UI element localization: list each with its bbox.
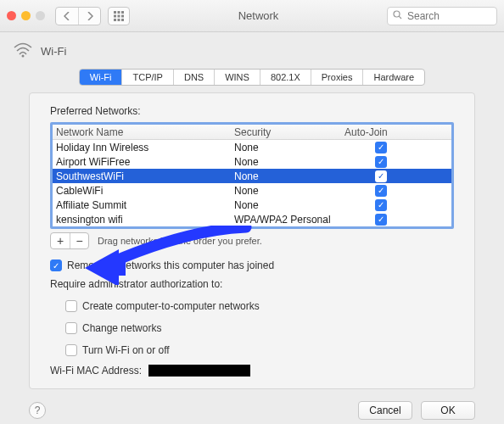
titlebar: Network [0, 0, 504, 32]
preferred-networks-label: Preferred Networks: [50, 105, 454, 117]
wifi-icon [14, 42, 32, 60]
remember-label: Remember networks this computer has join… [67, 259, 274, 271]
auto-join-cell: ✓ [344, 214, 421, 226]
table-row[interactable]: Airport WiFiFreeNone✓ [53, 154, 451, 169]
svg-point-11 [22, 55, 25, 58]
network-security: None [234, 170, 344, 182]
section-title: Wi-Fi [41, 45, 66, 58]
auto-join-checkbox[interactable]: ✓ [375, 185, 387, 197]
svg-rect-4 [118, 14, 120, 17]
main-pane: Wi-Fi Wi-FiTCP/IPDNSWINS802.1XProxiesHar… [0, 32, 504, 424]
auto-join-cell: ✓ [344, 199, 421, 211]
nav-back-forward [55, 7, 101, 25]
tab-proxies[interactable]: Proxies [311, 70, 363, 85]
zoom-window-button[interactable] [36, 11, 45, 20]
col-security[interactable]: Security [234, 126, 344, 138]
footer: ? Cancel OK [29, 401, 475, 420]
tab-802-1x[interactable]: 802.1X [260, 70, 311, 85]
search-input[interactable] [406, 9, 504, 23]
admin-option-row: Create computer-to-computer networks [65, 300, 454, 312]
tab-bar: Wi-FiTCP/IPDNSWINS802.1XProxiesHardware [79, 69, 425, 86]
table-row[interactable]: Affiliate SummitNone✓ [53, 198, 451, 212]
admin-option-checkbox[interactable] [65, 322, 77, 334]
network-name: CableWiFi [56, 185, 234, 197]
tab-hardware[interactable]: Hardware [362, 70, 424, 85]
window-title: Network [137, 9, 380, 22]
auto-join-cell: ✓ [344, 142, 421, 153]
admin-option-checkbox[interactable] [65, 344, 77, 356]
svg-rect-2 [121, 11, 124, 14]
cancel-button[interactable]: Cancel [358, 401, 412, 420]
mac-address-row: Wi-Fi MAC Address: [50, 365, 454, 377]
tab-wins[interactable]: WINS [214, 70, 260, 85]
wifi-header: Wi-Fi [12, 41, 492, 69]
wifi-panel: Preferred Networks: Network Name Securit… [29, 92, 475, 389]
network-security: None [234, 199, 344, 211]
minimize-window-button[interactable] [21, 11, 31, 20]
auto-join-checkbox[interactable]: ✓ [375, 156, 387, 168]
auto-join-cell: ✓ [344, 170, 421, 182]
admin-option-row: Change networks [65, 322, 454, 334]
tab-tcp-ip[interactable]: TCP/IP [121, 70, 172, 85]
admin-auth-label: Require administrator authorization to: [50, 278, 454, 290]
network-name: Airport WiFiFree [56, 156, 234, 168]
table-row[interactable]: Holiday Inn WirelessNone✓ [53, 140, 451, 154]
col-auto-join[interactable]: Auto-Join [344, 126, 421, 138]
drag-hint: Drag networks into the order you prefer. [98, 236, 262, 246]
table-header: Network Name Security Auto-Join [53, 125, 451, 140]
network-name: Holiday Inn Wireless [56, 142, 234, 153]
search-field[interactable] [387, 7, 497, 25]
back-button[interactable] [56, 8, 78, 25]
svg-line-10 [399, 16, 401, 19]
auto-join-checkbox[interactable]: ✓ [375, 199, 387, 211]
svg-rect-3 [114, 14, 116, 17]
ok-button[interactable]: OK [421, 401, 475, 420]
tab-wi-fi[interactable]: Wi-Fi [80, 70, 122, 85]
remove-network-button[interactable]: − [70, 233, 88, 248]
svg-rect-0 [114, 11, 116, 14]
admin-option-row: Turn Wi-Fi on or off [65, 344, 454, 356]
show-all-button[interactable] [108, 7, 130, 25]
remember-row: ✓ Remember networks this computer has jo… [50, 259, 454, 271]
add-remove-row: + − Drag networks into the order you pre… [50, 232, 454, 249]
table-row[interactable]: SouthwestWiFiNone✓ [53, 169, 451, 183]
network-name: Affiliate Summit [56, 199, 234, 211]
network-name: SouthwestWiFi [56, 170, 234, 182]
admin-option-label: Turn Wi-Fi on or off [82, 344, 170, 356]
admin-option-label: Create computer-to-computer networks [82, 300, 260, 312]
svg-point-9 [394, 11, 400, 17]
auto-join-cell: ✓ [344, 156, 421, 168]
network-security: WPA/WPA2 Personal [234, 214, 344, 226]
svg-rect-7 [118, 19, 120, 21]
window-controls [7, 11, 45, 20]
admin-option-label: Change networks [82, 322, 161, 334]
auto-join-checkbox[interactable]: ✓ [375, 214, 387, 226]
help-button[interactable]: ? [29, 402, 46, 419]
tab-dns[interactable]: DNS [173, 70, 214, 85]
auto-join-checkbox[interactable]: ✓ [375, 142, 387, 153]
mac-address-label: Wi-Fi MAC Address: [50, 365, 142, 377]
svg-rect-5 [121, 14, 124, 17]
add-remove-segment: + − [50, 232, 89, 249]
svg-rect-6 [114, 19, 116, 21]
table-row[interactable]: CableWiFiNone✓ [53, 183, 451, 198]
remember-checkbox[interactable]: ✓ [50, 259, 62, 271]
auto-join-checkbox[interactable]: ✓ [375, 170, 387, 182]
network-security: None [234, 156, 344, 168]
mac-address-value [148, 365, 250, 377]
auto-join-cell: ✓ [344, 185, 421, 197]
forward-button[interactable] [78, 8, 100, 25]
preferred-networks-table[interactable]: Network Name Security Auto-Join Holiday … [50, 122, 454, 229]
close-window-button[interactable] [7, 11, 16, 20]
svg-rect-8 [121, 19, 124, 21]
svg-rect-1 [118, 11, 120, 14]
table-row[interactable]: kensington wifiWPA/WPA2 Personal✓ [53, 212, 451, 226]
col-network-name[interactable]: Network Name [56, 126, 234, 138]
network-name: kensington wifi [56, 214, 234, 226]
network-security: None [234, 185, 344, 197]
admin-option-checkbox[interactable] [65, 300, 77, 312]
add-network-button[interactable]: + [51, 233, 70, 248]
search-icon [393, 10, 402, 22]
network-security: None [234, 142, 344, 153]
